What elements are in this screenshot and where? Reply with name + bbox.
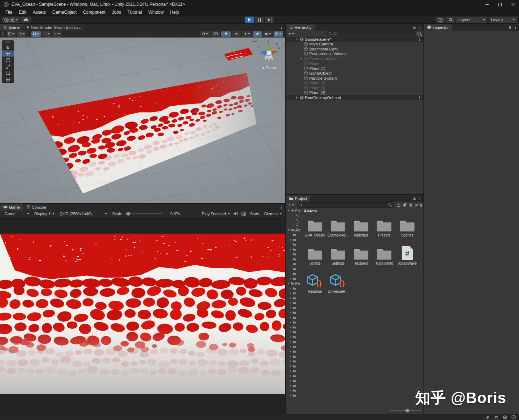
expand-arrow-icon[interactable] (289, 389, 292, 392)
undo-history-button[interactable] (436, 17, 445, 23)
menu-item[interactable]: Assets (30, 9, 49, 16)
expand-arrow-icon[interactable] (300, 57, 303, 60)
lock-icon[interactable] (508, 26, 512, 29)
project-tree-item[interactable] (286, 223, 301, 228)
grid-snapping-toggle[interactable] (31, 31, 41, 37)
search-by-label-icon[interactable] (402, 203, 407, 207)
menu-item[interactable]: GameObject (49, 9, 80, 16)
project-tree-item[interactable] (286, 291, 301, 296)
hierarchy-item[interactable]: Plane (1) (286, 66, 423, 71)
scene-visibility-toggle[interactable] (253, 31, 262, 37)
search-button[interactable] (446, 17, 455, 23)
step-button[interactable] (265, 17, 274, 23)
hidden-packages-toggle[interactable]: 8 (414, 203, 422, 207)
expand-arrow-icon[interactable] (289, 253, 292, 256)
expand-arrow-icon[interactable] (300, 86, 303, 89)
pause-button[interactable] (255, 17, 264, 23)
view-tool-button[interactable] (2, 44, 14, 50)
expand-arrow-icon[interactable] (289, 374, 292, 377)
project-tree-item[interactable] (286, 266, 301, 271)
expand-arrow-icon[interactable] (300, 52, 303, 56)
menu-item[interactable]: Help (167, 9, 182, 16)
expand-arrow-icon[interactable] (300, 76, 303, 80)
project-tree-item[interactable]: Pa (286, 281, 301, 286)
project-tree-item[interactable] (286, 340, 301, 345)
2d-toggle[interactable]: 2D (211, 31, 220, 37)
gizmos-dropdown[interactable] (274, 31, 283, 37)
hierarchy-item[interactable]: Plane (286, 61, 423, 66)
row-menu-icon[interactable] (418, 96, 421, 99)
expand-arrow-icon[interactable] (300, 47, 303, 50)
play-button[interactable] (245, 17, 254, 23)
expand-arrow-icon[interactable] (300, 67, 303, 70)
expand-arrow-icon[interactable] (289, 364, 292, 368)
layout-dropdown[interactable]: Layout (489, 17, 517, 23)
stats-button[interactable]: Stats (248, 211, 262, 217)
menu-item[interactable]: Window (145, 9, 167, 16)
expand-arrow-icon[interactable] (292, 218, 295, 222)
panel-menu-icon[interactable] (280, 26, 283, 29)
expand-arrow-icon[interactable] (289, 272, 292, 275)
project-tree-item[interactable] (286, 379, 301, 384)
thumbnail-zoom-slider[interactable] (390, 410, 420, 411)
expand-arrow-icon[interactable] (289, 355, 292, 358)
expand-arrow-icon[interactable] (289, 326, 292, 329)
camera-settings-dropdown[interactable] (263, 31, 272, 37)
resolution-dropdown[interactable]: QHD (2560x1440) (57, 211, 110, 217)
project-tree-item[interactable] (286, 388, 301, 393)
expand-arrow-icon[interactable] (289, 262, 292, 266)
project-asset-item[interactable]: Scenes (396, 216, 419, 244)
create-button[interactable]: + (287, 202, 295, 208)
lock-icon[interactable] (413, 197, 416, 200)
draw-mode-dropdown[interactable] (200, 31, 210, 37)
project-asset-item[interactable]: Scripts (303, 244, 327, 273)
expand-arrow-icon[interactable] (295, 37, 298, 41)
project-tree-item[interactable] (286, 349, 301, 354)
scene-picker-icon[interactable] (417, 32, 422, 36)
hierarchy-item[interactable]: Plane (2) (286, 81, 423, 86)
expand-arrow-icon[interactable] (289, 311, 292, 314)
effects-dropdown[interactable] (242, 31, 252, 37)
hierarchy-item[interactable]: Plane (3) (286, 85, 423, 90)
project-asset-item[interactable]: ExampleAs... (327, 216, 350, 244)
hierarchy-item[interactable]: Main Camera (286, 42, 423, 47)
project-tree-item[interactable] (286, 286, 301, 291)
project-asset-item[interactable]: TutorialInfo (373, 244, 396, 273)
tool-handle-rotation-dropdown[interactable] (17, 31, 26, 37)
expand-arrow-icon[interactable] (289, 257, 292, 261)
expand-arrow-icon[interactable] (289, 335, 292, 339)
project-asset-item[interactable]: # oceanWave (396, 244, 419, 273)
rotate-tool-button[interactable] (2, 57, 14, 63)
project-tree-item[interactable] (286, 383, 301, 388)
project-tree-item[interactable] (286, 325, 301, 330)
project-asset-item[interactable]: Settings (327, 244, 350, 273)
mute-audio-button[interactable] (232, 211, 240, 217)
search-by-type-icon[interactable] (396, 203, 401, 207)
expand-arrow-icon[interactable] (300, 43, 303, 46)
project-tree-item[interactable] (286, 369, 301, 374)
menu-item[interactable]: File (2, 9, 15, 16)
expand-arrow-icon[interactable] (289, 394, 292, 397)
project-tree-item[interactable] (286, 237, 301, 242)
project-tree-item[interactable] (286, 296, 301, 301)
scene-3d-render[interactable]: y x z Persp (0, 37, 285, 203)
close-button[interactable] (510, 2, 515, 7)
expand-arrow-icon[interactable] (289, 267, 292, 270)
hierarchy-item[interactable]: SampleScene* (286, 37, 423, 42)
tab-console[interactable]: Console (23, 204, 49, 211)
expand-arrow-icon[interactable] (295, 96, 298, 99)
project-tree-item[interactable] (286, 276, 301, 281)
account-dropdown[interactable]: 无 (2, 17, 20, 23)
expand-arrow-icon[interactable] (300, 81, 303, 85)
scale-slider-handle[interactable] (127, 212, 130, 216)
expand-arrow-icon[interactable] (289, 243, 292, 246)
hierarchy-item[interactable]: Post-process Volume (286, 52, 423, 57)
expand-arrow-icon[interactable] (287, 228, 290, 231)
project-asset-item[interactable]: {} UniversalR... (327, 273, 350, 301)
expand-arrow-icon[interactable] (289, 277, 292, 280)
expand-arrow-icon[interactable] (292, 224, 295, 227)
layers-dropdown[interactable]: Layers (456, 17, 487, 23)
expand-arrow-icon[interactable] (287, 282, 290, 285)
tool-handle-position-dropdown[interactable] (6, 31, 16, 37)
hierarchy-item[interactable]: Particle System (286, 76, 423, 81)
